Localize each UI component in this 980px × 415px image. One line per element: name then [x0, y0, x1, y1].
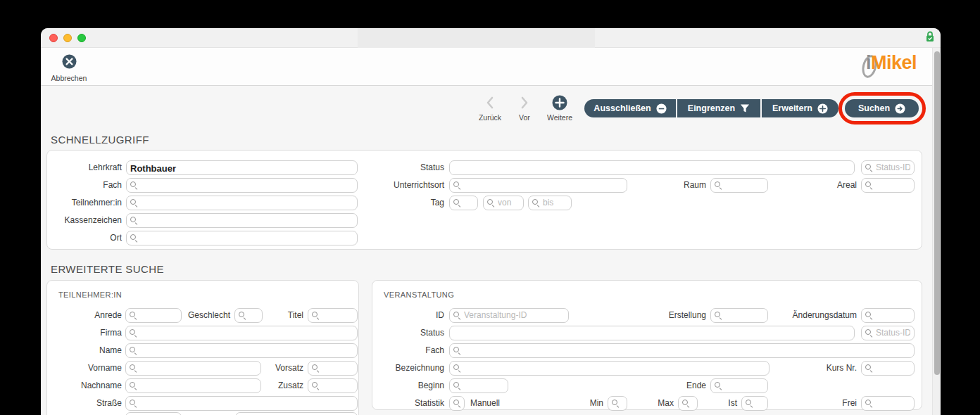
- lehrkraft-field[interactable]: [126, 160, 358, 175]
- raum-input[interactable]: [725, 181, 764, 190]
- name-field[interactable]: [125, 343, 358, 358]
- vorname-label: Vorname: [47, 361, 122, 376]
- event-status-field[interactable]: [449, 326, 855, 340]
- teilnehmer-input[interactable]: [141, 198, 353, 208]
- search-icon: [130, 400, 137, 408]
- strasse-input[interactable]: [140, 399, 353, 408]
- ausschliessen-button[interactable]: Ausschließen: [584, 99, 676, 117]
- tag-input[interactable]: [464, 198, 474, 208]
- aenderungsdatum-input[interactable]: [876, 311, 910, 320]
- search-icon: [865, 181, 873, 190]
- areal-field[interactable]: [861, 178, 915, 193]
- scrollbar[interactable]: [932, 48, 941, 415]
- erstellung-field[interactable]: [710, 308, 768, 323]
- teilnehmer-field[interactable]: [126, 196, 358, 210]
- max-label: Max: [624, 396, 674, 411]
- statistik-field[interactable]: [449, 396, 465, 411]
- frei-input[interactable]: [876, 399, 910, 408]
- ende-field[interactable]: [710, 378, 768, 393]
- tag-von-input[interactable]: [498, 198, 520, 208]
- search-icon: [130, 217, 138, 225]
- event-fach-input[interactable]: [464, 346, 910, 355]
- unterrichtsort-input[interactable]: [464, 181, 623, 190]
- tag-von-field[interactable]: [483, 196, 524, 210]
- zoom-window-button[interactable]: [77, 34, 86, 42]
- titel-field[interactable]: [308, 308, 358, 323]
- status-id-input[interactable]: [876, 163, 910, 172]
- search-icon: [312, 382, 320, 390]
- eingrenzen-button[interactable]: Eingrenzen: [677, 99, 760, 117]
- kurs-nr-field[interactable]: [861, 361, 915, 376]
- erstellung-input[interactable]: [725, 311, 764, 320]
- participant-panel-title: TEILNEHMER:IN: [58, 290, 122, 299]
- ist-field[interactable]: [741, 396, 768, 411]
- kassenzeichen-field[interactable]: [126, 213, 358, 228]
- ort-input[interactable]: [141, 234, 353, 243]
- frei-label: Frei: [808, 396, 857, 411]
- event-status-input[interactable]: [453, 328, 850, 338]
- bezeichnung-field[interactable]: [449, 361, 769, 376]
- event-id-field[interactable]: [449, 308, 569, 323]
- tag-bis-input[interactable]: [543, 198, 567, 208]
- app-window: Abbrechen iMikel Zurück Vor Weitere: [41, 28, 941, 415]
- titlebar[interactable]: [41, 28, 941, 48]
- minimize-window-button[interactable]: [63, 34, 72, 42]
- fach-field[interactable]: [126, 178, 358, 193]
- search-icon: [453, 382, 461, 390]
- status-field[interactable]: [449, 160, 855, 175]
- search-icon: [865, 312, 873, 320]
- tag-bis-field[interactable]: [528, 196, 572, 210]
- unterrichtsort-field[interactable]: [449, 178, 627, 193]
- chevron-right-icon[interactable]: [519, 96, 530, 110]
- ende-input[interactable]: [725, 381, 764, 390]
- raum-label: Raum: [643, 178, 706, 193]
- status-id-field[interactable]: [861, 160, 915, 175]
- kassenzeichen-input[interactable]: [141, 216, 353, 225]
- titel-input[interactable]: [322, 311, 353, 320]
- firma-field[interactable]: [125, 326, 358, 340]
- raum-field[interactable]: [710, 178, 768, 193]
- fach-input[interactable]: [141, 181, 353, 190]
- erweitern-label: Erweitern: [772, 103, 812, 113]
- chevron-left-icon[interactable]: [484, 96, 496, 110]
- abbrechen-button[interactable]: Abbrechen: [49, 54, 89, 82]
- event-id-input[interactable]: [464, 311, 565, 320]
- kurs-nr-input[interactable]: [876, 364, 910, 373]
- lehrkraft-input[interactable]: [130, 163, 353, 174]
- frei-field[interactable]: [861, 396, 915, 411]
- plus-circle-icon[interactable]: [552, 95, 567, 110]
- lock-icon: [924, 30, 936, 44]
- search-icon: [130, 181, 138, 190]
- firma-input[interactable]: [140, 328, 353, 338]
- tag-field[interactable]: [449, 196, 478, 210]
- screen: Abbrechen iMikel Zurück Vor Weitere: [0, 0, 980, 415]
- vorsatz-field[interactable]: [308, 361, 358, 376]
- advanced-section-title: ERWEITERTE SUCHE: [51, 263, 164, 275]
- clipped-field[interactable]: [125, 412, 182, 415]
- erweitern-button[interactable]: Erweitern: [762, 99, 838, 117]
- clipped-field[interactable]: [235, 412, 358, 415]
- event-fach-field[interactable]: [449, 343, 915, 358]
- search-icon: [453, 400, 461, 408]
- titlebar-center-area: [358, 28, 595, 48]
- close-window-button[interactable]: [49, 34, 58, 42]
- bezeichnung-input[interactable]: [464, 364, 765, 373]
- zusatz-input[interactable]: [322, 381, 353, 390]
- vorsatz-input[interactable]: [322, 364, 353, 373]
- beginn-input[interactable]: [464, 381, 504, 390]
- scrollbar-thumb[interactable]: [934, 51, 940, 375]
- beginn-field[interactable]: [449, 378, 508, 393]
- name-input[interactable]: [140, 346, 353, 355]
- suchen-button[interactable]: Suchen: [845, 99, 919, 117]
- event-status-id-input[interactable]: [876, 328, 910, 338]
- aenderungsdatum-field[interactable]: [861, 308, 915, 323]
- status-input[interactable]: [453, 163, 850, 172]
- areal-input[interactable]: [876, 181, 910, 190]
- zusatz-field[interactable]: [308, 378, 358, 393]
- suchen-label: Suchen: [858, 103, 890, 113]
- ort-field[interactable]: [126, 231, 358, 245]
- event-status-id-field[interactable]: [861, 326, 915, 340]
- logo-mikel: Mikel: [871, 52, 917, 73]
- strasse-field[interactable]: [125, 396, 358, 411]
- search-icon: [865, 329, 873, 338]
